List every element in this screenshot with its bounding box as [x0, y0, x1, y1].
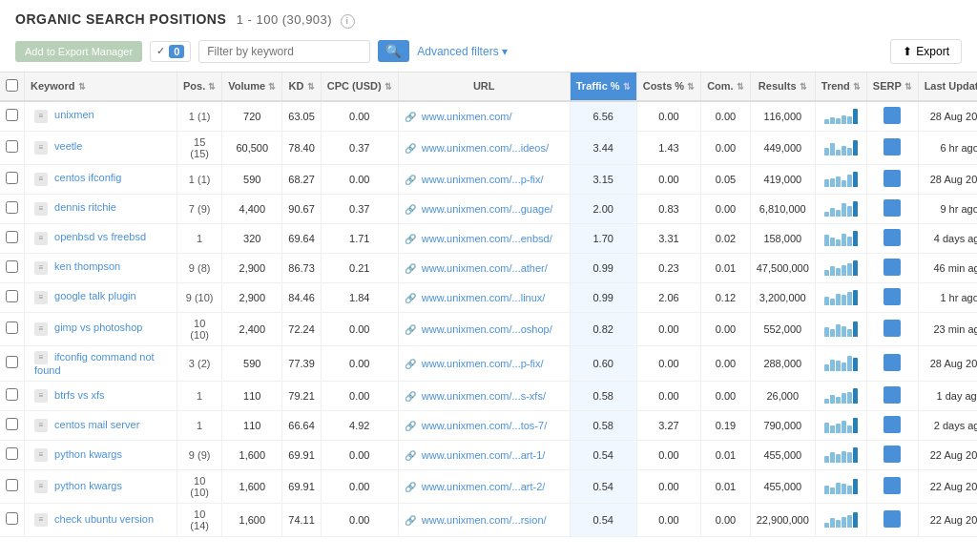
url-link[interactable]: www.unixmen.com/...p-fix/ [422, 174, 544, 185]
serp-icon[interactable] [883, 477, 901, 494]
serp-cell[interactable] [866, 101, 918, 132]
keyword-link[interactable]: google talk plugin [54, 290, 136, 301]
row-drag-icon[interactable]: ≡ [34, 448, 48, 462]
url-link[interactable]: www.unixmen.com/...tos-7/ [422, 420, 547, 431]
serp-icon[interactable] [883, 107, 901, 124]
row-checkbox-cell[interactable] [0, 503, 25, 536]
serp-cell[interactable] [866, 312, 918, 345]
serp-icon[interactable] [883, 170, 901, 187]
add-to-export-manager-button[interactable]: Add to Export Manager [15, 41, 142, 62]
col-pos[interactable]: Pos. ⇅ [177, 73, 222, 101]
url-link[interactable]: www.unixmen.com/...guage/ [422, 203, 553, 215]
serp-cell[interactable] [866, 253, 918, 282]
row-checkbox-cell[interactable] [0, 282, 25, 312]
row-checkbox-cell[interactable] [0, 469, 25, 503]
col-traffic[interactable]: Traffic % ⇅ [570, 73, 636, 101]
keyword-link[interactable]: veetle [54, 140, 82, 152]
row-drag-icon[interactable]: ≡ [34, 110, 48, 123]
col-serp[interactable]: SERP ⇅ [866, 73, 918, 101]
keyword-link[interactable]: centos mail server [54, 419, 139, 430]
keyword-link[interactable]: check ubuntu version [54, 513, 154, 525]
external-link-icon[interactable]: 🔗 [405, 263, 416, 274]
url-link[interactable]: www.unixmen.com/...s-xfs/ [422, 390, 546, 402]
col-url[interactable]: URL [398, 73, 570, 101]
advanced-filters-link[interactable]: Advanced filters ▾ [417, 45, 508, 58]
row-checkbox-cell[interactable] [0, 345, 25, 381]
external-link-icon[interactable]: 🔗 [405, 391, 416, 402]
row-checkbox-cell[interactable] [0, 223, 25, 253]
row-checkbox-cell[interactable] [0, 194, 25, 223]
row-checkbox-cell[interactable] [0, 381, 25, 410]
external-link-icon[interactable]: 🔗 [405, 324, 416, 335]
external-link-icon[interactable]: 🔗 [405, 143, 416, 154]
row-checkbox[interactable] [6, 201, 18, 214]
serp-cell[interactable] [866, 410, 918, 440]
row-checkbox-cell[interactable] [0, 164, 25, 194]
row-checkbox-cell[interactable] [0, 253, 25, 282]
row-drag-icon[interactable]: ≡ [34, 291, 48, 304]
serp-icon[interactable] [883, 138, 901, 156]
url-link[interactable]: www.unixmen.com/...art-1/ [422, 449, 546, 461]
url-link[interactable]: www.unixmen.com/...oshop/ [422, 323, 552, 335]
col-checkbox[interactable] [0, 73, 25, 101]
url-link[interactable]: www.unixmen.com/...ather/ [422, 262, 548, 274]
col-kd[interactable]: KD ⇅ [282, 73, 322, 101]
keyword-link[interactable]: ifconfig command not found [34, 351, 155, 376]
serp-icon[interactable] [883, 259, 901, 276]
external-link-icon[interactable]: 🔗 [405, 450, 416, 461]
info-icon[interactable]: i [341, 14, 355, 29]
row-drag-icon[interactable]: ≡ [34, 419, 48, 432]
row-drag-icon[interactable]: ≡ [34, 513, 48, 527]
keyword-link[interactable]: gimp vs photoshop [54, 321, 142, 333]
url-link[interactable]: www.unixmen.com/...rsion/ [422, 514, 547, 526]
external-link-icon[interactable]: 🔗 [405, 515, 416, 526]
row-checkbox[interactable] [6, 356, 18, 368]
row-checkbox-cell[interactable] [0, 312, 25, 345]
row-checkbox[interactable] [6, 418, 18, 430]
row-drag-icon[interactable]: ≡ [34, 389, 48, 403]
row-drag-icon[interactable]: ≡ [34, 141, 48, 155]
keyword-link[interactable]: ken thompson [54, 260, 120, 272]
serp-icon[interactable] [883, 229, 901, 246]
serp-cell[interactable] [866, 345, 918, 381]
url-link[interactable]: www.unixmen.com/ [422, 111, 512, 122]
keyword-link[interactable]: centos ifconfig [54, 172, 121, 183]
search-button[interactable]: 🔍 [378, 40, 409, 62]
url-link[interactable]: www.unixmen.com/...art-2/ [422, 481, 546, 492]
row-drag-icon[interactable]: ≡ [34, 202, 48, 216]
url-link[interactable]: www.unixmen.com/...p-fix/ [422, 358, 544, 369]
col-com[interactable]: Com. ⇅ [701, 73, 751, 101]
col-keyword[interactable]: Keyword ⇅ [25, 73, 177, 101]
export-button[interactable]: ⬆ Export [890, 39, 962, 64]
row-drag-icon[interactable]: ≡ [34, 261, 48, 275]
keyword-link[interactable]: dennis ritchie [54, 201, 116, 213]
col-costs[interactable]: Costs % ⇅ [636, 73, 700, 101]
row-checkbox-cell[interactable] [0, 440, 25, 469]
row-checkbox[interactable] [6, 447, 18, 460]
serp-cell[interactable] [866, 282, 918, 312]
serp-icon[interactable] [883, 446, 901, 463]
row-checkbox-cell[interactable] [0, 101, 25, 132]
serp-cell[interactable] [866, 503, 918, 536]
external-link-icon[interactable]: 🔗 [405, 482, 416, 492]
row-drag-icon[interactable]: ≡ [34, 322, 48, 336]
keyword-link[interactable]: openbsd vs freebsd [54, 231, 146, 242]
row-checkbox[interactable] [6, 260, 18, 273]
serp-icon[interactable] [883, 386, 901, 404]
url-link[interactable]: www.unixmen.com/...linux/ [422, 292, 546, 303]
external-link-icon[interactable]: 🔗 [405, 204, 416, 215]
external-link-icon[interactable]: 🔗 [405, 293, 416, 303]
serp-cell[interactable] [866, 440, 918, 469]
row-drag-icon[interactable]: ≡ [34, 480, 48, 493]
row-drag-icon[interactable]: ≡ [34, 232, 48, 245]
url-link[interactable]: www.unixmen.com/...enbsd/ [422, 233, 552, 244]
row-checkbox[interactable] [6, 231, 18, 243]
col-trend[interactable]: Trend ⇅ [815, 73, 866, 101]
row-checkbox-cell[interactable] [0, 131, 25, 164]
row-checkbox[interactable] [6, 172, 18, 184]
row-checkbox[interactable] [6, 512, 18, 525]
external-link-icon[interactable]: 🔗 [405, 359, 416, 369]
row-checkbox-cell[interactable] [0, 410, 25, 440]
serp-icon[interactable] [883, 416, 901, 433]
row-checkbox[interactable] [6, 388, 18, 401]
